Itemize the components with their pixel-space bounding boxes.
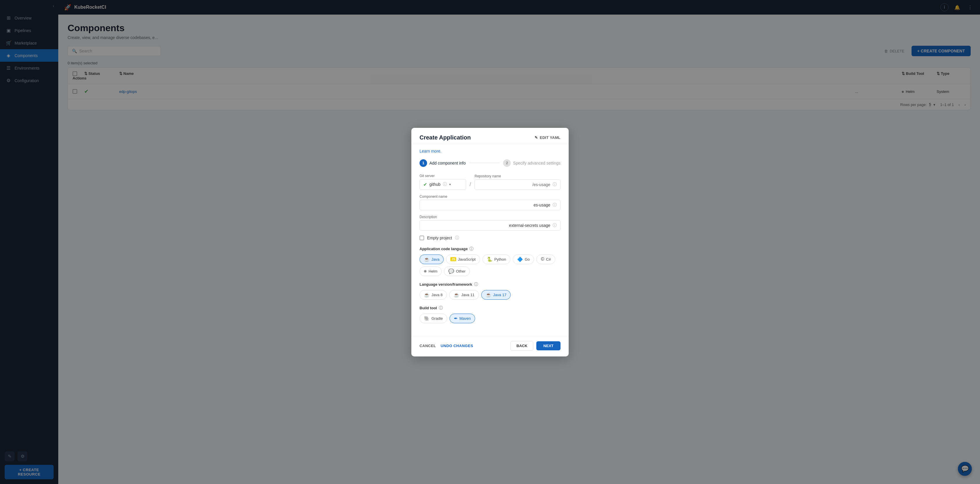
repo-prefix-input[interactable] xyxy=(478,182,530,187)
next-button[interactable]: NEXT xyxy=(536,341,560,350)
build-tool-section-label: Build tool ⓘ xyxy=(420,305,560,311)
go-label: Go xyxy=(525,257,530,262)
repo-name-field: Repository name /es-usage ⓘ xyxy=(474,174,560,190)
language-chip-group: ☕ Java JS JavaScript 🐍 Python 🔷 Go © xyxy=(420,254,560,276)
build-tool-chip-group: 🐘 Gradle ✒ Maven xyxy=(420,314,560,323)
build-tool-gradle-chip[interactable]: 🐘 Gradle xyxy=(420,314,447,323)
lang-csharp-chip[interactable]: © C# xyxy=(536,254,555,264)
gradle-icon: 🐘 xyxy=(424,316,430,321)
component-name-info-icon[interactable]: ⓘ xyxy=(553,202,557,208)
edit-yaml-button[interactable]: ✎ EDIT YAML xyxy=(535,135,560,140)
lang-other-chip[interactable]: 💬 Other xyxy=(444,267,470,276)
java17-icon: ☕ xyxy=(486,292,492,298)
component-name-label: Component name xyxy=(420,195,560,198)
framework-info-icon[interactable]: ⓘ xyxy=(474,282,478,287)
gradle-label: Gradle xyxy=(431,316,443,321)
component-name-text-input[interactable] xyxy=(423,203,531,207)
description-value: external-secrets usage xyxy=(509,223,550,228)
other-icon: 💬 xyxy=(448,268,454,274)
lang-javascript-chip[interactable]: JS JavaScript xyxy=(446,254,480,264)
undo-changes-button[interactable]: UNDO CHANGES xyxy=(441,344,473,348)
description-text-input[interactable] xyxy=(423,223,507,228)
java-label: Java xyxy=(431,257,439,262)
pencil-icon: ✎ xyxy=(535,135,538,140)
framework-java11-chip[interactable]: ☕ Java 11 xyxy=(449,290,479,300)
git-repo-row: Git server ✔ github ⓘ ▾ / Repository nam… xyxy=(420,174,560,190)
create-application-modal: Create Application ✎ EDIT YAML Learn mor… xyxy=(411,128,569,357)
java11-label: Java 11 xyxy=(461,293,474,297)
framework-java8-chip[interactable]: ☕ Java 8 xyxy=(420,290,447,300)
lang-helm-chip[interactable]: ⎈ Helm xyxy=(420,267,442,276)
code-language-info-icon[interactable]: ⓘ xyxy=(469,246,473,252)
repo-name-suffix: /es-usage xyxy=(533,182,550,187)
repo-name-label: Repository name xyxy=(474,174,560,178)
lang-python-chip[interactable]: 🐍 Python xyxy=(482,254,511,264)
modal-header: Create Application ✎ EDIT YAML xyxy=(411,128,569,144)
description-field: Description external-secrets usage ⓘ xyxy=(420,215,560,231)
javascript-label: JavaScript xyxy=(458,257,476,262)
lang-go-chip[interactable]: 🔷 Go xyxy=(513,254,534,264)
repo-name-input[interactable]: /es-usage ⓘ xyxy=(474,179,560,190)
stepper: 1 Add component info 2 Specify advanced … xyxy=(420,159,560,167)
framework-chip-group: ☕ Java 8 ☕ Java 11 ☕ Java 17 xyxy=(420,290,560,300)
framework-java17-chip[interactable]: ☕ Java 17 xyxy=(481,290,511,300)
java8-label: Java 8 xyxy=(431,293,442,297)
modal-footer: CANCEL UNDO CHANGES BACK NEXT xyxy=(411,336,569,357)
empty-project-checkbox[interactable] xyxy=(420,236,424,240)
maven-label: Maven xyxy=(460,316,471,321)
empty-project-info-icon[interactable]: ⓘ xyxy=(455,235,459,241)
modal-title: Create Application xyxy=(420,134,471,141)
javascript-icon: JS xyxy=(450,257,456,261)
step-connector xyxy=(469,163,500,163)
modal-body: Learn more. 1 Add component info 2 Speci… xyxy=(411,144,569,336)
step-1-label: Add component info xyxy=(430,161,466,165)
component-name-value: es-usage xyxy=(533,203,550,207)
learn-more-link[interactable]: Learn more. xyxy=(420,149,560,154)
description-info-icon[interactable]: ⓘ xyxy=(553,223,557,228)
cancel-button[interactable]: CANCEL xyxy=(420,344,436,348)
csharp-icon: © xyxy=(541,257,544,262)
git-server-input[interactable]: ✔ github ⓘ ▾ xyxy=(420,179,466,190)
java8-icon: ☕ xyxy=(424,292,430,298)
java11-icon: ☕ xyxy=(453,292,460,298)
python-icon: 🐍 xyxy=(487,257,493,262)
go-icon: 🔷 xyxy=(517,257,523,262)
git-server-info-icon[interactable]: ⓘ xyxy=(443,182,447,187)
step-2-number: 2 xyxy=(503,159,511,167)
repo-name-info-icon[interactable]: ⓘ xyxy=(553,182,557,187)
other-label: Other xyxy=(456,269,466,273)
java-icon: ☕ xyxy=(424,257,430,262)
csharp-label: C# xyxy=(546,257,551,262)
step-2-label: Specify advanced settings xyxy=(513,161,560,165)
git-server-label: Git server xyxy=(420,174,466,178)
code-language-section-label: Application code language ⓘ xyxy=(420,246,560,252)
maven-icon: ✒ xyxy=(454,316,458,321)
footer-left: CANCEL UNDO CHANGES xyxy=(420,344,473,348)
step-1: 1 Add component info xyxy=(420,159,466,167)
empty-project-row: Empty project ⓘ xyxy=(420,235,560,241)
footer-right: BACK NEXT xyxy=(511,341,560,351)
build-tool-info-icon[interactable]: ⓘ xyxy=(439,305,443,311)
python-label: Python xyxy=(494,257,506,262)
helm-lang-icon: ⎈ xyxy=(424,268,427,274)
modal-overlay: Create Application ✎ EDIT YAML Learn mor… xyxy=(0,0,980,484)
component-name-field: Component name es-usage ⓘ xyxy=(420,195,560,210)
step-1-number: 1 xyxy=(420,159,427,167)
lang-java-chip[interactable]: ☕ Java xyxy=(420,254,444,264)
git-server-field: Git server ✔ github ⓘ ▾ xyxy=(420,174,466,190)
component-name-input[interactable]: es-usage ⓘ xyxy=(420,200,560,210)
step-2: 2 Specify advanced settings xyxy=(503,159,560,167)
description-input[interactable]: external-secrets usage ⓘ xyxy=(420,220,560,231)
git-server-dropdown-icon[interactable]: ▾ xyxy=(449,182,451,186)
framework-section-label: Language version/framework ⓘ xyxy=(420,282,560,287)
empty-project-label: Empty project xyxy=(427,236,452,240)
github-status-icon: ✔ xyxy=(423,182,427,187)
slash-divider: / xyxy=(469,181,471,190)
java17-label: Java 17 xyxy=(493,293,507,297)
back-button[interactable]: BACK xyxy=(511,341,534,351)
build-tool-maven-chip[interactable]: ✒ Maven xyxy=(450,314,475,323)
helm-label: Helm xyxy=(428,269,437,273)
description-label: Description xyxy=(420,215,560,219)
